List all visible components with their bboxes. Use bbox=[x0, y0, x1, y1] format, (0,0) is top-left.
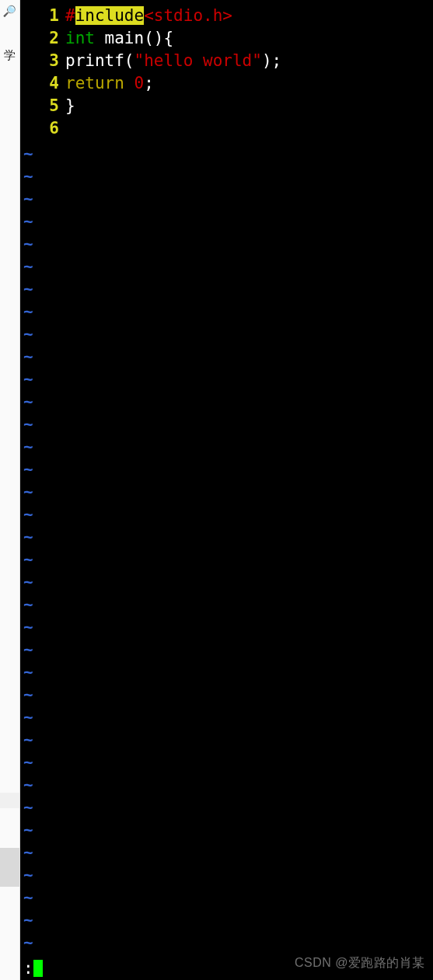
tilde-line: ~ bbox=[23, 436, 433, 459]
vim-editor[interactable]: 1 2 3 4 5 6 #include<stdio.h> int main()… bbox=[20, 0, 433, 980]
token-include-highlight: include bbox=[75, 6, 145, 25]
code-line-4[interactable]: return 0; bbox=[65, 72, 433, 95]
tilde-line: ~ bbox=[23, 571, 433, 594]
tilde-line: ~ bbox=[23, 211, 433, 233]
tilde-line: ~ bbox=[23, 391, 433, 413]
tilde-line: ~ bbox=[23, 368, 433, 391]
lineno-6: 6 bbox=[20, 117, 59, 140]
tilde-line: ~ bbox=[23, 684, 433, 706]
search-icon[interactable]: 🔍 bbox=[3, 5, 16, 17]
tilde-line: ~ bbox=[23, 549, 433, 571]
tilde-line: ~ bbox=[23, 323, 433, 346]
tilde-line: ~ bbox=[23, 616, 433, 639]
lineno-2: 2 bbox=[20, 27, 59, 50]
code-content[interactable]: #include<stdio.h> int main(){ printf("he… bbox=[65, 5, 433, 140]
lineno-4: 4 bbox=[20, 72, 59, 95]
token-zero: 0 bbox=[134, 74, 145, 92]
tilde-line: ~ bbox=[23, 661, 433, 684]
host-sidebar: 🔍 学 bbox=[0, 0, 20, 980]
token-printf: printf( bbox=[65, 51, 134, 70]
sidebar-gap bbox=[0, 793, 19, 808]
token-hash: # bbox=[65, 6, 75, 25]
code-line-5[interactable]: } bbox=[65, 95, 433, 117]
token-int: int bbox=[65, 29, 95, 47]
sidebar-char: 学 bbox=[4, 48, 16, 63]
tilde-line: ~ bbox=[23, 526, 433, 549]
tilde-line: ~ bbox=[23, 909, 433, 932]
code-line-3[interactable]: printf("hello world"); bbox=[65, 50, 433, 72]
tilde-line: ~ bbox=[23, 932, 433, 954]
tilde-line: ~ bbox=[23, 188, 433, 211]
tilde-line: ~ bbox=[23, 143, 433, 166]
token-end: ); bbox=[262, 51, 281, 70]
tilde-line: ~ bbox=[23, 346, 433, 368]
tilde-line: ~ bbox=[23, 842, 433, 864]
tilde-line: ~ bbox=[23, 459, 433, 481]
tilde-line: ~ bbox=[23, 752, 433, 774]
token-string: "hello world" bbox=[134, 51, 262, 70]
tilde-line: ~ bbox=[23, 481, 433, 504]
lineno-1: 1 bbox=[20, 5, 59, 27]
token-brace: } bbox=[65, 96, 75, 115]
tilde-line: ~ bbox=[23, 413, 433, 436]
tilde-line: ~ bbox=[23, 256, 433, 278]
tilde-line: ~ bbox=[23, 706, 433, 729]
code-line-2[interactable]: int main(){ bbox=[65, 27, 433, 50]
token-main: main(){ bbox=[95, 29, 173, 47]
token-header: <stdio.h> bbox=[144, 6, 232, 25]
empty-line-tildes: ~~~~~~~~~~~~~~~~~~~~~~~~~~~~~~~~~~~~ bbox=[23, 143, 433, 957]
tilde-line: ~ bbox=[23, 887, 433, 909]
lineno-5: 5 bbox=[20, 95, 59, 117]
line-numbers-gutter: 1 2 3 4 5 6 bbox=[20, 5, 65, 140]
tilde-line: ~ bbox=[23, 301, 433, 323]
tilde-line: ~ bbox=[23, 774, 433, 797]
tilde-line: ~ bbox=[23, 166, 433, 188]
tilde-line: ~ bbox=[23, 819, 433, 842]
cursor-icon bbox=[33, 960, 43, 977]
command-colon: : bbox=[23, 957, 33, 980]
lineno-3: 3 bbox=[20, 50, 59, 72]
tilde-line: ~ bbox=[23, 233, 433, 256]
code-line-1[interactable]: #include<stdio.h> bbox=[65, 5, 433, 27]
tilde-line: ~ bbox=[23, 729, 433, 752]
sidebar-block bbox=[0, 848, 19, 887]
tilde-line: ~ bbox=[23, 594, 433, 616]
tilde-line: ~ bbox=[23, 504, 433, 526]
tilde-line: ~ bbox=[23, 797, 433, 819]
token-semi: ; bbox=[144, 74, 154, 92]
tilde-line: ~ bbox=[23, 278, 433, 301]
tilde-line: ~ bbox=[23, 864, 433, 887]
token-return: return bbox=[65, 74, 134, 92]
tilde-line: ~ bbox=[23, 639, 433, 661]
vim-command-line[interactable]: : bbox=[20, 957, 433, 980]
code-line-6[interactable] bbox=[65, 117, 433, 140]
